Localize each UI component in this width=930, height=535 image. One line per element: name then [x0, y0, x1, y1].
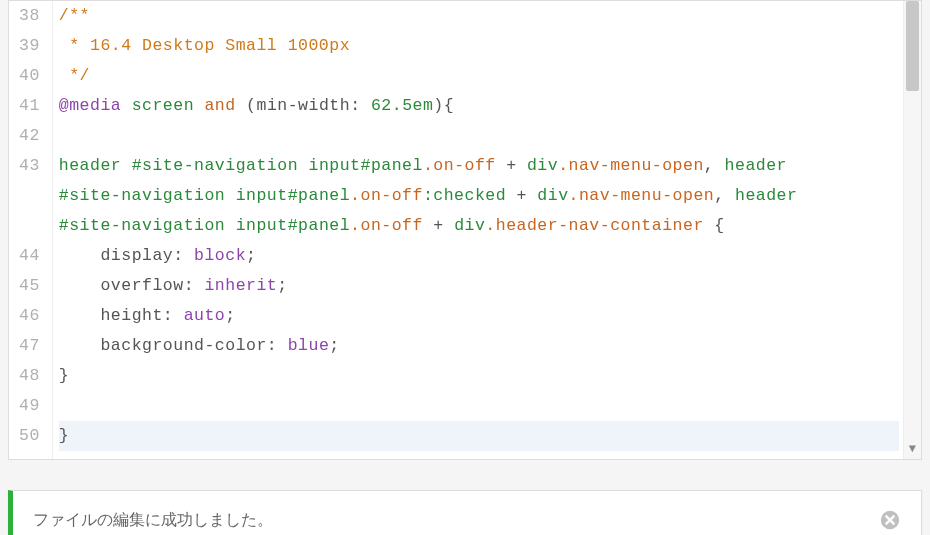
- token: and: [204, 96, 235, 115]
- token: #panel: [288, 186, 350, 205]
- line-number: 40: [19, 61, 40, 91]
- token: [225, 216, 235, 235]
- code-line[interactable]: }: [59, 421, 899, 451]
- token: [787, 156, 797, 175]
- token: .header-nav-container: [485, 216, 703, 235]
- close-icon: [879, 509, 901, 531]
- token: {: [704, 216, 725, 235]
- token: #panel: [288, 216, 350, 235]
- scrollbar-thumb[interactable]: [906, 1, 919, 91]
- code-line[interactable]: @media screen and (min-width: 62.5em){: [59, 91, 899, 121]
- token: #site-navigation: [59, 216, 225, 235]
- token: block: [194, 246, 246, 265]
- token: height: [100, 306, 162, 325]
- code-line[interactable]: header #site-navigation input#panel.on-o…: [59, 151, 899, 181]
- code-line[interactable]: background-color: blue;: [59, 331, 899, 361]
- token: ;: [225, 306, 235, 325]
- code-line[interactable]: display: block;: [59, 241, 899, 271]
- token: :: [350, 96, 371, 115]
- token: [59, 336, 101, 355]
- token: [59, 246, 101, 265]
- token: 62.5em: [371, 96, 433, 115]
- token: .on-off: [423, 156, 496, 175]
- code-line[interactable]: /**: [59, 1, 899, 31]
- success-notice: ファイルの編集に成功しました。: [8, 490, 922, 535]
- token: :: [163, 306, 184, 325]
- token: */: [59, 66, 90, 85]
- line-number-continuation: [19, 211, 40, 241]
- token: #site-navigation: [59, 186, 225, 205]
- token: @media: [59, 96, 121, 115]
- token: blue: [288, 336, 330, 355]
- code-line[interactable]: */: [59, 61, 899, 91]
- vertical-scrollbar[interactable]: ▼: [903, 1, 921, 459]
- token: header: [735, 186, 797, 205]
- code-content[interactable]: /** * 16.4 Desktop Small 1000px */@media…: [53, 1, 903, 459]
- token: [298, 156, 308, 175]
- line-number: 42: [19, 121, 40, 151]
- line-number: 48: [19, 361, 40, 391]
- token: overflow: [100, 276, 183, 295]
- code-line[interactable]: }: [59, 361, 899, 391]
- token: #panel: [361, 156, 423, 175]
- token: #site-navigation: [132, 156, 298, 175]
- token: [194, 96, 204, 115]
- token: min-width: [257, 96, 351, 115]
- token: +: [506, 186, 537, 205]
- token: auto: [184, 306, 226, 325]
- token: :checked: [423, 186, 506, 205]
- token: header: [59, 156, 121, 175]
- code-line[interactable]: [59, 121, 899, 151]
- token: {: [444, 96, 454, 115]
- token: * 16.4 Desktop Small 1000px: [59, 36, 350, 55]
- token: +: [423, 216, 454, 235]
- token: [59, 306, 101, 325]
- token: }: [59, 366, 69, 385]
- token: [121, 156, 131, 175]
- token: background-color: [100, 336, 266, 355]
- token: input: [236, 186, 288, 205]
- token: input: [236, 216, 288, 235]
- code-editor: 383940414243 44454647484950 /** * 16.4 D…: [8, 0, 922, 460]
- token: .on-off: [350, 186, 423, 205]
- token: div: [537, 186, 568, 205]
- code-line[interactable]: height: auto;: [59, 301, 899, 331]
- token: input: [308, 156, 360, 175]
- line-number: 45: [19, 271, 40, 301]
- token: ;: [246, 246, 256, 265]
- line-number: 43: [19, 151, 40, 181]
- token: .nav-menu-open: [558, 156, 704, 175]
- code-line[interactable]: * 16.4 Desktop Small 1000px: [59, 31, 899, 61]
- code-line[interactable]: #site-navigation input#panel.on-off + di…: [59, 211, 899, 241]
- token: div: [527, 156, 558, 175]
- token: ;: [329, 336, 339, 355]
- token: div: [454, 216, 485, 235]
- token: [225, 186, 235, 205]
- line-number: 41: [19, 91, 40, 121]
- token: :: [267, 336, 288, 355]
- token: }: [59, 426, 69, 445]
- token: :: [184, 276, 205, 295]
- token: ,: [704, 156, 725, 175]
- line-number-gutter: 383940414243 44454647484950: [9, 1, 53, 459]
- code-line[interactable]: overflow: inherit;: [59, 271, 899, 301]
- token: .on-off: [350, 216, 423, 235]
- code-line[interactable]: #site-navigation input#panel.on-off:chec…: [59, 181, 899, 211]
- token: ): [433, 96, 443, 115]
- token: inherit: [204, 276, 277, 295]
- notice-message: ファイルの編集に成功しました。: [33, 510, 273, 531]
- dismiss-button[interactable]: [879, 509, 901, 531]
- token: display: [100, 246, 173, 265]
- scrollbar-arrow-down-icon[interactable]: ▼: [904, 443, 921, 455]
- code-line[interactable]: [59, 391, 899, 421]
- line-number: 49: [19, 391, 40, 421]
- token: [121, 96, 131, 115]
- line-number-continuation: [19, 181, 40, 211]
- token: [797, 186, 807, 205]
- line-number: 50: [19, 421, 40, 451]
- token: screen: [132, 96, 194, 115]
- line-number: 44: [19, 241, 40, 271]
- token: [236, 96, 246, 115]
- token: header: [725, 156, 787, 175]
- line-number: 38: [19, 1, 40, 31]
